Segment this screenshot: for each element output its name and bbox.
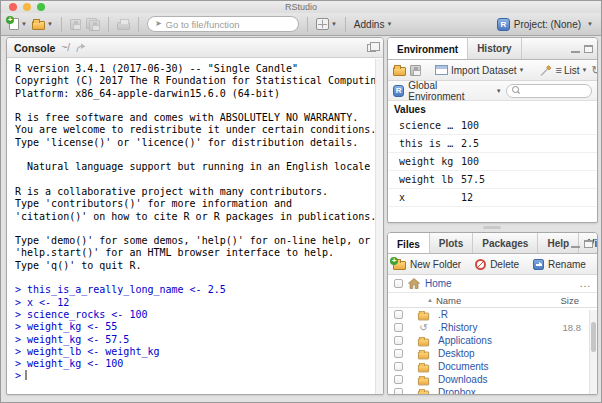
column-name-header[interactable]: Name [436,295,461,306]
environment-variable-row[interactable]: science_… 100 [388,117,597,135]
file-checkbox[interactable] [394,336,403,345]
console-line [15,223,371,235]
variable-name: x [399,192,461,203]
maximize-pane-icon[interactable] [584,45,593,53]
minimize-pane-icon[interactable] [571,240,580,248]
addins-button[interactable]: Addins▼ [354,19,393,30]
variable-value: 12 [461,192,473,203]
folder-icon [418,377,429,385]
chevron-down-icon: ▼ [582,67,588,73]
console-prompt-line[interactable]: > [15,370,371,382]
environment-scope-label[interactable]: Global Environment [408,80,490,102]
new-folder-button[interactable]: New Folder [393,258,461,270]
clear-environment-button[interactable] [539,64,552,77]
tab-plots[interactable]: Plots [430,233,473,253]
pane-splitter-handle[interactable] [483,226,501,229]
console-output[interactable]: R version 3.4.1 (2017-06-30) -- "Single … [7,58,383,394]
tab-history[interactable]: History [468,38,521,59]
file-name-link[interactable]: Documents [438,361,489,372]
files-scrollbar[interactable] [589,310,597,394]
environment-variable-row[interactable]: weight_kg 100 [388,153,597,171]
environment-tabbar: Environment History [388,38,597,60]
file-name-link[interactable]: .Rhistory [438,322,477,333]
print-icon [117,22,130,30]
text-cursor [25,370,27,380]
delete-icon [475,259,486,270]
goto-arrow-icon: ➤ [155,20,162,28]
search-icon [512,86,521,95]
column-size-header[interactable]: Size [561,295,579,306]
file-row[interactable]: Documents [388,360,597,373]
open-file-button[interactable]: ▼ [32,18,53,30]
save-workspace-button[interactable] [410,65,421,76]
tab-files[interactable]: Files [388,233,430,254]
file-name-link[interactable]: Desktop [438,348,475,359]
more-options-button[interactable]: ... [580,278,591,289]
rename-label: Rename [548,259,586,270]
delete-button[interactable]: Delete [475,259,519,270]
file-checkbox[interactable] [394,388,403,395]
variable-value: 2.5 [461,138,479,149]
tab-environment[interactable]: Environment [388,38,468,60]
maximize-pane-icon[interactable] [584,240,593,248]
goto-file-input[interactable] [166,19,291,30]
save-button[interactable] [70,19,81,30]
file-row[interactable]: Applications [388,334,597,347]
pane-layout-button[interactable]: ▼ [316,18,337,30]
open-in-window-icon[interactable] [76,43,87,53]
traffic-lights [9,3,45,11]
list-view-label: List [564,65,580,76]
select-all-checkbox[interactable] [394,279,403,288]
file-row[interactable]: Downloads [388,373,597,386]
close-window-button[interactable] [9,3,17,11]
files-column-header: ▲ Name Size [388,293,597,308]
list-view-button[interactable]: ≡ List ▼ [556,65,588,76]
pane-layout-icon [316,18,329,30]
refresh-icon[interactable]: ↻ [591,64,597,77]
file-row[interactable]: ↺ .Rhistory 18.8 [388,321,597,334]
delete-label: Delete [490,259,519,270]
console-line: Type 'demo()' for some demos, 'help()' f… [15,235,371,247]
file-name-link[interactable]: Downloads [438,374,487,385]
console-line: Type 'license()' or 'licence()' for dist… [15,137,371,149]
minimize-pane-icon[interactable] [571,45,580,53]
file-name-link[interactable]: .R [438,309,448,320]
open-folder-icon [393,67,406,76]
folder-icon [418,338,429,346]
print-button[interactable] [117,18,130,30]
file-checkbox[interactable] [394,323,403,332]
environment-variable-row[interactable]: this_is_… 2.5 [388,135,597,153]
file-name-link[interactable]: Applications [438,335,492,346]
scrollbar-thumb[interactable] [591,322,596,352]
zoom-window-button[interactable] [37,3,45,11]
environment-variable-row[interactable]: weight_lb 57.5 [388,171,597,189]
environment-search[interactable] [506,84,592,98]
list-icon: ≡ [556,65,562,75]
console-scrollbar[interactable] [375,59,383,394]
file-checkbox[interactable] [394,362,403,371]
project-button[interactable]: R Project: (None) ▼ [497,18,593,31]
console-command-history: > this_is_a_really_long_name <- 2.5> x <… [15,284,371,370]
maximize-pane-icon[interactable] [367,44,376,52]
file-row[interactable]: Desktop [388,347,597,360]
minimize-window-button[interactable] [23,3,31,11]
file-row[interactable]: Dropbox [388,386,597,395]
new-file-button[interactable]: ▼ [9,18,27,30]
console-working-directory: ~/ [61,42,70,53]
pane-window-buttons [571,45,593,53]
window-title: RStudio [1,1,601,13]
file-checkbox[interactable] [394,310,403,319]
load-workspace-button[interactable] [393,64,406,76]
import-dataset-button[interactable]: Import Dataset ▼ [435,65,525,76]
file-checkbox[interactable] [394,349,403,358]
breadcrumb-home-link[interactable]: Home [425,278,452,289]
file-name-link[interactable]: Dropbox [438,387,476,395]
console-pane: Console ~/ R version 3.4.1 (2017-06-30) … [6,37,384,395]
file-checkbox[interactable] [394,375,403,384]
file-row[interactable]: .R [388,308,597,321]
tab-packages[interactable]: Packages [473,233,538,253]
environment-toolbar: Import Dataset ▼ ≡ List ▼ ↻ [388,60,597,81]
rename-button[interactable]: Rename [533,259,586,270]
save-all-button[interactable] [86,18,100,31]
environment-variable-row[interactable]: x 12 [388,189,597,207]
